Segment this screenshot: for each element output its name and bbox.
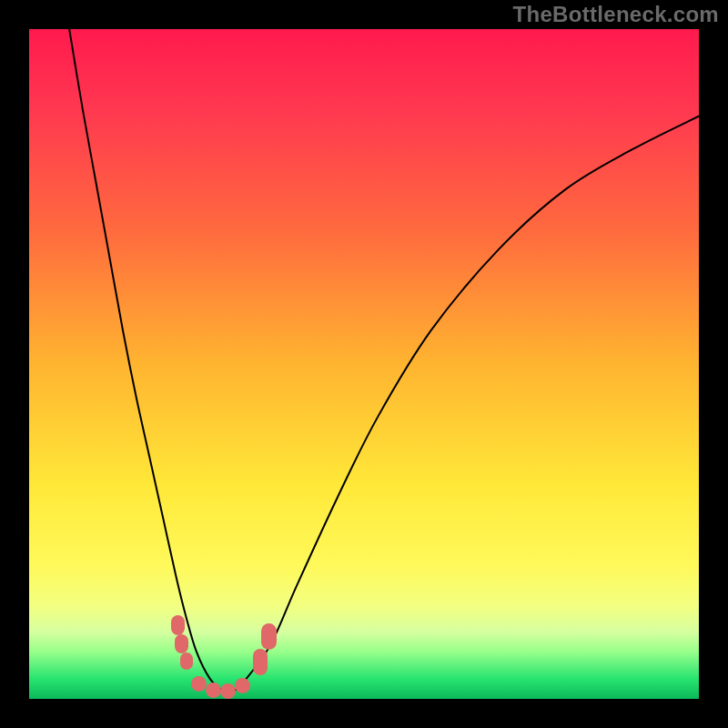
chart-frame: TheBottleneck.com xyxy=(0,0,728,728)
chart-plot-area xyxy=(29,29,699,699)
watermark-text: TheBottleneck.com xyxy=(513,2,719,27)
chart-background-gradient xyxy=(29,29,699,699)
